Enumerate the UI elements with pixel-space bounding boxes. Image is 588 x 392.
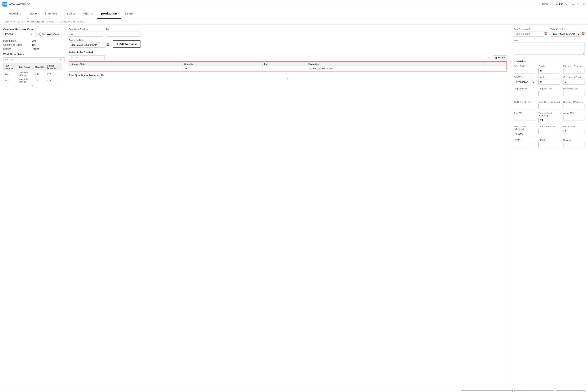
search-icon: 🔍 — [38, 33, 41, 36]
po-clear-button[interactable]: ✕ — [30, 33, 33, 36]
actual-mh-input[interactable] — [563, 115, 585, 120]
notes-section: Notes — [514, 39, 585, 55]
col-pallet-quantity: Quantity — [182, 62, 262, 66]
nav-returns[interactable]: returns — [79, 8, 97, 19]
status-value: Picked — [32, 48, 39, 50]
pallets-table: License Plate Quantity Lot Expiration 10… — [69, 62, 506, 71]
close-work-order-button[interactable]: ✓ Close Work Order — [556, 390, 585, 392]
num-workers-group: Number of Workers — [563, 101, 585, 110]
date-completed-group: Date Completed 📅 — [551, 28, 585, 36]
build-type-label: Build Type — [514, 76, 535, 78]
line-lead-input[interactable] — [538, 79, 560, 84]
notes-textarea[interactable] — [514, 42, 585, 54]
maximize-button[interactable]: □ — [576, 2, 580, 6]
component-count-input[interactable] — [563, 79, 585, 84]
gpm-pct-input[interactable] — [514, 142, 535, 148]
date-scheduled-input[interactable] — [514, 31, 544, 36]
labor-cost-row: Actual Labor Billed/Unit Total Labor Cos… — [514, 125, 585, 136]
gpm-revenue-row: GPM % GPM $ Revenue — [514, 139, 585, 148]
table-row: 122 Mountain Dew Ba 120 120 — [4, 77, 62, 84]
historic-upmh-group: Historic UPMH — [563, 88, 585, 96]
date-completed-label: Date Completed — [551, 28, 585, 30]
gpm-dollar-input[interactable] — [538, 142, 560, 148]
target-upmh-input[interactable] — [538, 91, 560, 96]
find-work-order-button[interactable]: 🔍 Find Work Order — [36, 32, 62, 37]
nav-production[interactable]: production — [97, 8, 121, 19]
nav-move[interactable]: move — [25, 8, 41, 19]
date-completed-calendar-button[interactable]: 📅 — [581, 32, 585, 36]
component-count-label: Component Count — [563, 76, 585, 78]
pallets-filter-clear[interactable]: ✕ — [488, 56, 490, 59]
nav-setup[interactable]: setup — [121, 8, 137, 19]
parent-item-row: Parent Item: 208 — [3, 40, 62, 42]
save-changes-button[interactable]: 💾 Save Work Order Changes — [514, 390, 554, 392]
audit-units-label: Audit Units Inspected — [538, 101, 560, 103]
date-scheduled-label: Date Scheduled — [514, 28, 548, 30]
total-labor-cost-group: Total Labor Cost — [538, 125, 560, 136]
create-pallets-button[interactable]: 🖨 Create Pallets and Print License Label — [461, 390, 513, 392]
component-count-group: Component Count — [563, 76, 585, 85]
breadcrumb-work-orders[interactable]: WORK ORDERS — [5, 20, 23, 23]
total-mh-label: Total MH — [514, 112, 535, 114]
total-mh-input[interactable] — [514, 115, 535, 120]
pallets-filter-input[interactable] — [68, 55, 104, 60]
build-type-select[interactable]: Production Sample Other — [514, 79, 535, 85]
revenue-input[interactable] — [563, 142, 585, 148]
date-scheduled-input-wrapper: 📅 — [514, 31, 548, 36]
actual-labor-input[interactable] — [514, 131, 535, 136]
lot-input[interactable] — [106, 31, 140, 36]
audit-sample-input[interactable] — [514, 104, 535, 110]
required-mh-group: Required MH — [514, 88, 535, 96]
build-type-row: Build Type Production Sample Other Line … — [514, 76, 585, 85]
estimated-revenue-label: Estimated Revenue — [563, 65, 585, 68]
total-qty-label: Total Quantity to Produce: — [68, 74, 99, 77]
priority-group: Priority — [538, 65, 560, 74]
col-part-number: Part Number — [4, 64, 17, 70]
table-row: 121 Mountain Dew Co 120 240 — [4, 70, 62, 77]
num-workers-input[interactable] — [563, 104, 585, 110]
left-on-table-input[interactable] — [563, 128, 585, 134]
metrics-section-header: ≡ Metrics — [514, 58, 585, 63]
add-to-queue-button[interactable]: ≡ Add to Queue — [113, 40, 140, 48]
total-mh-row: Total MH Time to Finish (minutes) Actual… — [514, 112, 585, 123]
app-title: Arca Warehouse — [9, 2, 30, 6]
sales-order-input[interactable] — [514, 68, 535, 74]
minimize-button[interactable]: — — [571, 2, 575, 6]
num-workers-label: Number of Workers — [563, 101, 585, 103]
actual-mh-group: Actual MH — [563, 112, 585, 123]
required-mh-input[interactable] — [514, 91, 535, 96]
date-completed-input[interactable] — [551, 31, 581, 36]
estimated-revenue-group: Estimated Revenue — [563, 65, 585, 74]
expiration-date-input[interactable] — [68, 42, 105, 48]
qty-build-row: Quantity to Build: 10 — [3, 44, 62, 46]
actual-labor-group: Actual Labor Billed/Unit — [514, 125, 535, 136]
time-finish-input[interactable] — [538, 118, 560, 123]
items-filter-clear[interactable]: ✕ — [60, 58, 62, 61]
nav-receiving[interactable]: receiving — [5, 8, 25, 19]
revenue-group: Revenue — [563, 139, 585, 148]
client-select[interactable]: Cerritus — [552, 2, 568, 6]
nav-reports[interactable]: reports — [62, 8, 80, 19]
items-filter-input[interactable] — [3, 57, 64, 62]
historic-upmh-input[interactable] — [563, 91, 585, 96]
close-button[interactable]: ✕ — [582, 2, 586, 6]
delete-button[interactable]: 🗑 Delete — [493, 55, 507, 60]
po-input[interactable] — [3, 32, 34, 37]
breadcrumb-close-produce[interactable]: CLOSE AND PRODUCE — [58, 20, 85, 23]
estimated-revenue-input[interactable] — [563, 68, 585, 74]
priority-input[interactable] — [538, 68, 560, 74]
target-upmh-label: Target UPMH — [538, 88, 560, 90]
expiration-calendar-button[interactable]: 📅 — [106, 43, 110, 46]
total-labor-cost-label: Total Labor Cost — [538, 125, 560, 128]
expiration-date-group: Expiration Date 📅 — [68, 39, 110, 48]
priority-label: Priority — [538, 65, 560, 68]
total-labor-cost-input[interactable] — [538, 128, 560, 134]
date-scheduled-calendar-button[interactable]: 📅 — [544, 32, 548, 36]
po-input-wrapper: ✕ — [3, 32, 34, 37]
qty-produce-input[interactable] — [68, 31, 103, 36]
dates-row: Date Scheduled 📅 Date Completed 📅 — [514, 28, 585, 36]
line-lead-label: Line Lead — [538, 76, 560, 78]
audit-units-input[interactable] — [538, 104, 560, 110]
nav-inventory[interactable]: inventory — [41, 8, 62, 19]
breadcrumb-work-order-picking[interactable]: WORK ORDER PICKING — [27, 20, 55, 23]
